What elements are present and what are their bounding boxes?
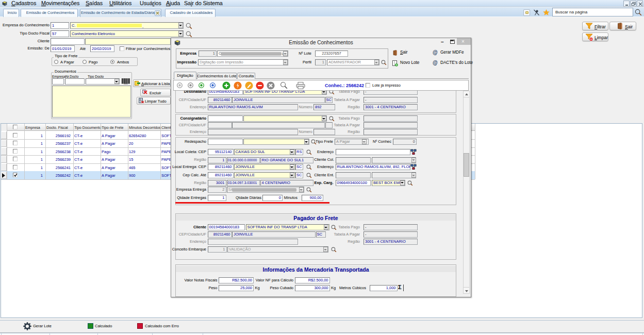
svg-text:0000: 0000	[124, 83, 128, 85]
